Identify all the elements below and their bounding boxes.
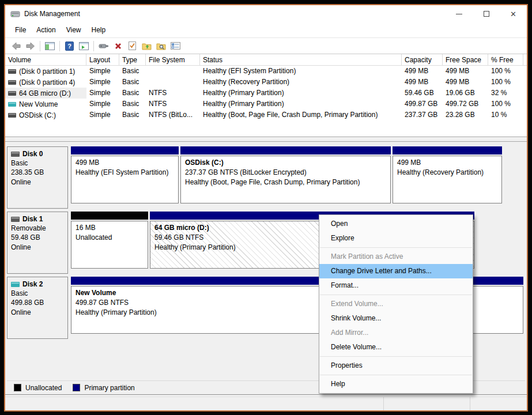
cell-free: 23.28 GB xyxy=(443,110,488,120)
device-properties-button[interactable] xyxy=(96,39,111,52)
cell-type: Basic xyxy=(119,88,146,99)
pane-splitter[interactable] xyxy=(5,137,527,142)
disk-name: Disk 0 xyxy=(22,149,43,159)
partition-osdisk-c[interactable]: OSDisk (C:) 237.37 GB NTFS (BitLocker En… xyxy=(180,146,391,209)
screen: Disk Management ✕ File Action View Help xyxy=(0,0,532,415)
help-icon: ? xyxy=(65,42,74,51)
check-document-icon xyxy=(129,42,136,50)
minimize-button[interactable] xyxy=(446,5,473,22)
partition-recovery[interactable]: 499 MB Healthy (Recovery Partition) xyxy=(393,146,502,209)
col-file-system[interactable]: File System xyxy=(146,54,200,66)
menu-item-help[interactable]: Help xyxy=(319,377,473,391)
svg-text:?: ? xyxy=(67,43,71,50)
volume-list-body: (Disk 0 partition 1) Simple Basic Health… xyxy=(5,66,527,120)
cell-fs: NTFS xyxy=(146,88,200,99)
menu-view[interactable]: View xyxy=(61,24,86,36)
cell-pct-free: 100 % xyxy=(488,77,523,88)
table-row[interactable]: New Volume Simple Basic NTFS Healthy (Pr… xyxy=(5,99,527,110)
action-pane-button[interactable] xyxy=(77,39,91,52)
menu-action[interactable]: Action xyxy=(31,24,61,36)
volume-icon xyxy=(8,80,16,85)
menu-separator xyxy=(320,295,472,295)
disk-icon-teal xyxy=(11,282,20,287)
action-pane-icon xyxy=(79,42,89,50)
open-folder-button[interactable] xyxy=(139,39,154,52)
cell-free: 499 MB xyxy=(443,66,488,77)
cell-capacity: 499 MB xyxy=(402,77,443,88)
disk-0-partitions: 499 MB Healthy (EFI System Partition) OS… xyxy=(69,146,525,209)
disk-kind: Basic xyxy=(11,289,64,298)
statusbar-segment xyxy=(5,397,384,410)
legend-swatch-unallocated xyxy=(14,384,21,391)
titlebar: Disk Management ✕ xyxy=(5,5,527,22)
table-row[interactable]: OSDisk (C:) Simple Basic NTFS (BitLo... … xyxy=(5,110,527,120)
disk-0-label[interactable]: Disk 0 Basic 238.35 GB Online xyxy=(7,146,68,209)
volume-name-cell: New Volume xyxy=(5,99,86,110)
col-pct-free[interactable]: % Free xyxy=(488,54,523,66)
menu-item-change-drive-letter[interactable]: Change Drive Letter and Paths... xyxy=(319,264,473,278)
disk-name: Disk 2 xyxy=(22,280,43,289)
menu-file[interactable]: File xyxy=(10,24,31,36)
menu-item-shrink-volume[interactable]: Shrink Volume... xyxy=(319,311,473,326)
volume-icon-teal xyxy=(8,102,16,107)
menu-item-explore[interactable]: Explore xyxy=(319,231,473,246)
partition-efi[interactable]: 499 MB Healthy (EFI System Partition) xyxy=(71,146,179,209)
close-button[interactable]: ✕ xyxy=(500,5,527,22)
maximize-button[interactable] xyxy=(473,5,500,22)
disk-kind: Removable xyxy=(11,224,64,233)
properties-list-button[interactable] xyxy=(168,39,183,52)
volume-list: Volume Layout Type File System Status Ca… xyxy=(5,54,527,137)
col-capacity[interactable]: Capacity xyxy=(402,54,443,66)
cell-type: Basic xyxy=(119,66,146,77)
back-button[interactable] xyxy=(9,39,23,52)
menu-item-extend-volume: Extend Volume... xyxy=(319,297,473,311)
volume-icon xyxy=(8,69,16,74)
volume-name: (Disk 0 partition 4) xyxy=(19,78,75,86)
validate-document-button[interactable] xyxy=(125,39,139,52)
cell-layout: Simple xyxy=(86,99,119,110)
cell-type: Basic xyxy=(119,77,146,88)
partition-unallocated[interactable]: 16 MB Unallocated xyxy=(71,212,148,274)
disk-0-row: Disk 0 Basic 238.35 GB Online 499 MB Hea… xyxy=(7,146,525,209)
volume-name: 64 GB micro (D:) xyxy=(19,89,71,97)
table-row[interactable]: (Disk 0 partition 4) Simple Basic Health… xyxy=(5,77,527,88)
legend-swatch-primary-partition xyxy=(73,384,80,391)
primary-partition-bar xyxy=(180,146,391,154)
menu-item-delete-volume[interactable]: Delete Volume... xyxy=(319,340,473,354)
table-row[interactable]: (Disk 0 partition 1) Simple Basic Health… xyxy=(5,66,527,77)
explore-folder-button[interactable] xyxy=(154,39,168,52)
delete-icon xyxy=(114,42,122,50)
window-controls: ✕ xyxy=(446,5,527,22)
open-folder-up-icon xyxy=(142,42,152,50)
col-volume[interactable]: Volume xyxy=(5,54,86,66)
disk-size: 238.35 GB xyxy=(11,168,64,177)
menu-separator xyxy=(320,356,472,357)
legend-label-primary-partition: Primary partition xyxy=(84,384,134,392)
statusbar-segment xyxy=(470,397,527,410)
menu-item-open[interactable]: Open xyxy=(319,217,473,231)
table-row-selected[interactable]: 64 GB micro (D:) Simple Basic NTFS Healt… xyxy=(5,88,527,99)
cell-status: Healthy (EFI System Partition) xyxy=(200,66,402,77)
disk-1-label[interactable]: Disk 1 Removable 59.48 GB Online xyxy=(7,212,68,274)
partition-context-menu: Open Explore Mark Partition as Active Ch… xyxy=(319,214,473,394)
disk-2-label[interactable]: Disk 2 Basic 499.88 GB Online xyxy=(7,277,68,339)
disk-icon xyxy=(11,152,20,157)
col-layout[interactable]: Layout xyxy=(86,54,119,66)
menu-item-format[interactable]: Format... xyxy=(319,278,473,293)
col-stub xyxy=(523,54,527,66)
delete-volume-button[interactable] xyxy=(111,39,125,52)
disk-management-app-icon xyxy=(10,10,20,18)
help-button[interactable]: ? xyxy=(62,39,77,52)
statusbar xyxy=(5,397,527,410)
console-tree-button[interactable] xyxy=(43,39,57,52)
menu-help[interactable]: Help xyxy=(86,24,111,36)
cell-pct-free: 32 % xyxy=(488,88,523,99)
cell-type: Basic xyxy=(119,99,146,110)
col-free-space[interactable]: Free Space xyxy=(443,54,488,66)
forward-button[interactable] xyxy=(23,39,37,52)
menu-separator xyxy=(320,375,472,375)
menu-item-properties[interactable]: Properties xyxy=(319,359,473,373)
col-type[interactable]: Type xyxy=(119,54,146,66)
toolbar-separator xyxy=(40,41,40,51)
col-status[interactable]: Status xyxy=(200,54,402,66)
